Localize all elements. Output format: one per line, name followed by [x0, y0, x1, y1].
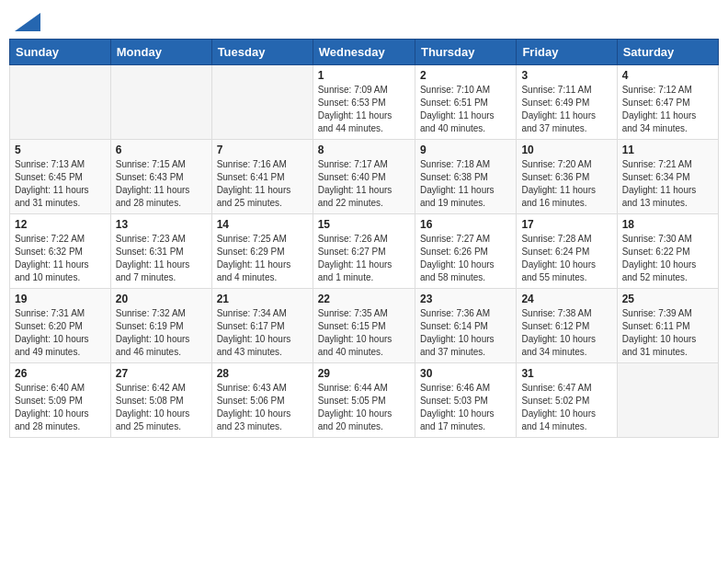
day-number: 26	[15, 367, 106, 380]
day-info: Sunrise: 7:15 AM Sunset: 6:43 PM Dayligh…	[116, 158, 207, 210]
day-info: Sunrise: 6:44 AM Sunset: 5:05 PM Dayligh…	[318, 382, 410, 433]
day-info: Sunrise: 6:42 AM Sunset: 5:08 PM Dayligh…	[116, 382, 207, 433]
calendar-cell: 2Sunrise: 7:10 AM Sunset: 6:51 PM Daylig…	[415, 65, 516, 140]
day-number: 8	[318, 144, 410, 156]
day-number: 10	[521, 144, 611, 156]
day-number: 3	[521, 69, 611, 82]
calendar-header-row: SundayMondayTuesdayWednesdayThursdayFrid…	[10, 40, 719, 65]
day-number: 12	[15, 218, 106, 231]
calendar-cell: 16Sunrise: 7:27 AM Sunset: 6:26 PM Dayli…	[415, 214, 516, 289]
calendar-cell: 26Sunrise: 6:40 AM Sunset: 5:09 PM Dayli…	[10, 363, 111, 438]
day-info: Sunrise: 7:18 AM Sunset: 6:38 PM Dayligh…	[420, 158, 511, 210]
calendar-cell: 15Sunrise: 7:26 AM Sunset: 6:27 PM Dayli…	[313, 214, 415, 289]
calendar-cell: 11Sunrise: 7:21 AM Sunset: 6:34 PM Dayli…	[617, 140, 718, 214]
day-of-week-header: Saturday	[617, 40, 718, 65]
calendar-cell: 6Sunrise: 7:15 AM Sunset: 6:43 PM Daylig…	[110, 140, 211, 214]
day-info: Sunrise: 7:16 AM Sunset: 6:41 PM Dayligh…	[217, 158, 308, 210]
day-info: Sunrise: 6:43 AM Sunset: 5:06 PM Dayligh…	[217, 382, 308, 433]
calendar-cell	[10, 65, 111, 140]
day-info: Sunrise: 7:13 AM Sunset: 6:45 PM Dayligh…	[15, 158, 106, 210]
day-info: Sunrise: 7:25 AM Sunset: 6:29 PM Dayligh…	[217, 233, 308, 284]
calendar-cell: 12Sunrise: 7:22 AM Sunset: 6:32 PM Dayli…	[10, 214, 111, 289]
day-number: 13	[116, 218, 207, 231]
calendar-cell: 8Sunrise: 7:17 AM Sunset: 6:40 PM Daylig…	[313, 140, 415, 214]
calendar-cell: 13Sunrise: 7:23 AM Sunset: 6:31 PM Dayli…	[110, 214, 211, 289]
day-info: Sunrise: 7:12 AM Sunset: 6:47 PM Dayligh…	[622, 84, 713, 135]
day-info: Sunrise: 7:09 AM Sunset: 6:53 PM Dayligh…	[318, 84, 410, 135]
day-info: Sunrise: 7:32 AM Sunset: 6:19 PM Dayligh…	[116, 307, 207, 359]
day-of-week-header: Tuesday	[211, 40, 313, 65]
day-info: Sunrise: 7:26 AM Sunset: 6:27 PM Dayligh…	[318, 233, 410, 284]
day-number: 4	[622, 69, 713, 82]
logo	[13, 9, 40, 31]
calendar-cell: 14Sunrise: 7:25 AM Sunset: 6:29 PM Dayli…	[211, 214, 313, 289]
day-info: Sunrise: 7:30 AM Sunset: 6:22 PM Dayligh…	[622, 233, 713, 284]
day-info: Sunrise: 7:38 AM Sunset: 6:12 PM Dayligh…	[521, 307, 611, 359]
day-number: 7	[217, 144, 308, 156]
day-of-week-header: Friday	[517, 40, 617, 65]
calendar-cell: 28Sunrise: 6:43 AM Sunset: 5:06 PM Dayli…	[211, 363, 313, 438]
calendar-cell: 1Sunrise: 7:09 AM Sunset: 6:53 PM Daylig…	[313, 65, 415, 140]
day-info: Sunrise: 7:20 AM Sunset: 6:36 PM Dayligh…	[521, 158, 611, 210]
day-info: Sunrise: 6:40 AM Sunset: 5:09 PM Dayligh…	[15, 382, 106, 433]
day-info: Sunrise: 7:34 AM Sunset: 6:17 PM Dayligh…	[217, 307, 308, 359]
day-number: 16	[420, 218, 511, 231]
calendar-cell: 25Sunrise: 7:39 AM Sunset: 6:11 PM Dayli…	[617, 289, 718, 363]
calendar-cell: 18Sunrise: 7:30 AM Sunset: 6:22 PM Dayli…	[617, 214, 718, 289]
day-number: 27	[116, 367, 207, 380]
calendar-cell: 7Sunrise: 7:16 AM Sunset: 6:41 PM Daylig…	[211, 140, 313, 214]
calendar-cell: 23Sunrise: 7:36 AM Sunset: 6:14 PM Dayli…	[415, 289, 516, 363]
calendar-cell: 10Sunrise: 7:20 AM Sunset: 6:36 PM Dayli…	[517, 140, 617, 214]
calendar-cell: 3Sunrise: 7:11 AM Sunset: 6:49 PM Daylig…	[517, 65, 617, 140]
day-info: Sunrise: 7:21 AM Sunset: 6:34 PM Dayligh…	[622, 158, 713, 210]
calendar-cell: 9Sunrise: 7:18 AM Sunset: 6:38 PM Daylig…	[415, 140, 516, 214]
day-info: Sunrise: 6:46 AM Sunset: 5:03 PM Dayligh…	[420, 382, 511, 433]
calendar-cell: 30Sunrise: 6:46 AM Sunset: 5:03 PM Dayli…	[415, 363, 516, 438]
day-number: 14	[217, 218, 308, 231]
calendar-cell: 21Sunrise: 7:34 AM Sunset: 6:17 PM Dayli…	[211, 289, 313, 363]
day-info: Sunrise: 7:39 AM Sunset: 6:11 PM Dayligh…	[622, 307, 713, 359]
day-info: Sunrise: 7:36 AM Sunset: 6:14 PM Dayligh…	[420, 307, 511, 359]
calendar-cell	[110, 65, 211, 140]
day-number: 23	[420, 293, 511, 305]
calendar-cell: 29Sunrise: 6:44 AM Sunset: 5:05 PM Dayli…	[313, 363, 415, 438]
day-number: 6	[116, 144, 207, 156]
day-number: 1	[318, 69, 410, 82]
page-header	[9, 9, 719, 31]
day-of-week-header: Sunday	[10, 40, 111, 65]
day-of-week-header: Wednesday	[313, 40, 415, 65]
day-info: Sunrise: 6:47 AM Sunset: 5:02 PM Dayligh…	[521, 382, 611, 433]
calendar-week-row: 12Sunrise: 7:22 AM Sunset: 6:32 PM Dayli…	[10, 214, 719, 289]
calendar-week-row: 1Sunrise: 7:09 AM Sunset: 6:53 PM Daylig…	[10, 65, 719, 140]
calendar-cell: 22Sunrise: 7:35 AM Sunset: 6:15 PM Dayli…	[313, 289, 415, 363]
calendar-table: SundayMondayTuesdayWednesdayThursdayFrid…	[9, 39, 719, 438]
day-info: Sunrise: 7:28 AM Sunset: 6:24 PM Dayligh…	[521, 233, 611, 284]
day-info: Sunrise: 7:10 AM Sunset: 6:51 PM Dayligh…	[420, 84, 511, 135]
calendar-cell: 20Sunrise: 7:32 AM Sunset: 6:19 PM Dayli…	[110, 289, 211, 363]
day-info: Sunrise: 7:27 AM Sunset: 6:26 PM Dayligh…	[420, 233, 511, 284]
calendar-cell: 27Sunrise: 6:42 AM Sunset: 5:08 PM Dayli…	[110, 363, 211, 438]
day-number: 19	[15, 293, 106, 305]
day-info: Sunrise: 7:35 AM Sunset: 6:15 PM Dayligh…	[318, 307, 410, 359]
day-number: 24	[521, 293, 611, 305]
calendar-week-row: 5Sunrise: 7:13 AM Sunset: 6:45 PM Daylig…	[10, 140, 719, 214]
day-number: 31	[521, 367, 611, 380]
day-info: Sunrise: 7:23 AM Sunset: 6:31 PM Dayligh…	[116, 233, 207, 284]
calendar-cell	[211, 65, 313, 140]
day-info: Sunrise: 7:17 AM Sunset: 6:40 PM Dayligh…	[318, 158, 410, 210]
day-of-week-header: Thursday	[415, 40, 516, 65]
day-number: 15	[318, 218, 410, 231]
calendar-cell: 19Sunrise: 7:31 AM Sunset: 6:20 PM Dayli…	[10, 289, 111, 363]
day-number: 5	[15, 144, 106, 156]
day-number: 29	[318, 367, 410, 380]
calendar-cell: 17Sunrise: 7:28 AM Sunset: 6:24 PM Dayli…	[517, 214, 617, 289]
day-info: Sunrise: 7:31 AM Sunset: 6:20 PM Dayligh…	[15, 307, 106, 359]
calendar-week-row: 19Sunrise: 7:31 AM Sunset: 6:20 PM Dayli…	[10, 289, 719, 363]
day-number: 17	[521, 218, 611, 231]
calendar-cell: 31Sunrise: 6:47 AM Sunset: 5:02 PM Dayli…	[517, 363, 617, 438]
logo-arrow-icon	[15, 13, 40, 31]
day-number: 30	[420, 367, 511, 380]
day-of-week-header: Monday	[110, 40, 211, 65]
day-info: Sunrise: 7:22 AM Sunset: 6:32 PM Dayligh…	[15, 233, 106, 284]
day-number: 11	[622, 144, 713, 156]
